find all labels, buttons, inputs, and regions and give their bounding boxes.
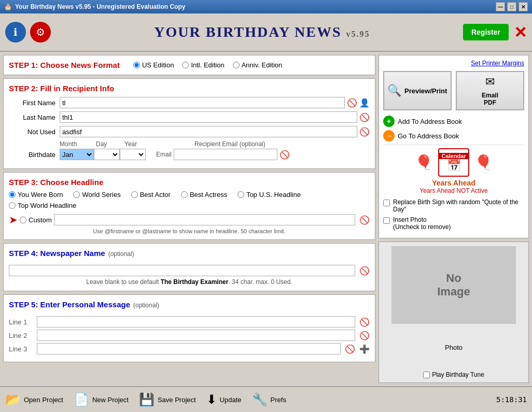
line1-row: Line 1 🚫 <box>9 316 370 328</box>
month-label: Month <box>60 140 96 148</box>
app-title: YOUR BIRTHDAY NEWS v5.95 <box>61 24 463 40</box>
day-select[interactable] <box>94 149 120 160</box>
headline-custom[interactable]: Custom <box>20 216 52 224</box>
email-clear-icon[interactable]: 🚫 <box>279 150 290 160</box>
insert-photo-row: Insert Photo(Uncheck to remove) <box>383 216 524 231</box>
time-display: 5:18:31 <box>496 395 527 404</box>
first-name-label: First Name <box>9 99 55 107</box>
right-panel: Set Printer Margins 🔍 Preview/Print ✉ Em… <box>379 55 529 383</box>
headline-hint: Use @firstname or @lastname to show name… <box>9 228 370 234</box>
line3-input[interactable] <box>37 343 341 354</box>
play-tune-checkbox[interactable] <box>423 372 430 378</box>
line3-add-icon[interactable]: ➕ <box>359 344 370 354</box>
step4-title: STEP 4: Newspaper Name <box>9 249 105 258</box>
maximize-button[interactable]: □ <box>507 2 516 11</box>
newspaper-hint: Leave blank to use default The Birthday … <box>9 278 370 286</box>
step1-section: STEP 1: Choose News Format US Edition In… <box>3 55 375 75</box>
replace-birth-sign-label: Replace Birth Sign with random "Quote of… <box>393 198 524 213</box>
bottom-toolbar: 📂 Open Project 📄 New Project 💾 Save Proj… <box>0 386 532 412</box>
first-name-row: First Name 🚫 👤 <box>9 97 370 108</box>
newspaper-name-input[interactable] <box>9 265 355 276</box>
not-used-input[interactable] <box>60 126 357 137</box>
headline-top-world[interactable]: Top World Headline <box>9 202 76 209</box>
line2-row: Line 2 🚫 <box>9 330 370 341</box>
play-tune-row: Play Birthday Tune <box>423 371 484 378</box>
last-name-label: Last Name <box>9 113 55 121</box>
headline-you-were-born[interactable]: You Were Born <box>9 191 63 198</box>
line2-label: Line 2 <box>9 332 35 339</box>
step3-section: STEP 3: Choose Headline You Were Born Wo… <box>3 172 375 240</box>
years-ahead-title: Years Ahead <box>383 179 524 187</box>
no-image-text2: Image <box>437 285 470 299</box>
new-project-button[interactable]: 📄 New Project <box>74 392 129 407</box>
replace-birth-sign-row: Replace Birth Sign with random "Quote of… <box>383 198 524 213</box>
info-icon[interactable]: ℹ <box>5 22 26 42</box>
first-name-clear-icon[interactable]: 🚫 <box>347 98 357 108</box>
go-to-address-book-button[interactable]: → Go To Address Book <box>383 130 524 141</box>
preview-icon: 🔍 <box>387 84 401 97</box>
preview-print-button[interactable]: 🔍 Preview/Print <box>383 71 452 110</box>
prefs-icon: 🔧 <box>252 392 268 407</box>
register-button[interactable]: Register <box>463 24 509 40</box>
line3-clear-icon[interactable]: 🚫 <box>345 344 355 354</box>
step1-title: STEP 1: Choose News Format <box>9 61 120 69</box>
not-used-label: Not Used <box>9 128 55 136</box>
line3-label: Line 3 <box>9 345 35 353</box>
day-label: Day <box>96 140 124 148</box>
line3-row: Line 3 🚫 ➕ <box>9 343 370 354</box>
help-icon[interactable]: ⚙ <box>30 22 51 42</box>
replace-birth-sign-checkbox[interactable] <box>383 200 390 206</box>
prefs-button[interactable]: 🔧 Prefs <box>252 392 286 407</box>
last-name-input[interactable] <box>60 111 357 123</box>
headline-top-us[interactable]: Top U.S. Headline <box>237 191 301 198</box>
first-name-add-icon[interactable]: 👤 <box>359 98 370 108</box>
edition-intl[interactable]: Intl. Edition <box>182 61 224 69</box>
step5-title: STEP 5: Enter Personal Message <box>9 300 130 309</box>
birthdate-label: Birthdate <box>9 151 55 159</box>
custom-headline-input[interactable] <box>54 214 355 225</box>
line1-input[interactable] <box>37 316 355 328</box>
minimize-button[interactable]: — <box>496 2 505 11</box>
app-icon: 🎂 <box>4 3 12 10</box>
arrow-icon: ➤ <box>9 214 18 226</box>
email-input[interactable] <box>174 149 277 160</box>
step4-suffix: (optional) <box>108 250 134 258</box>
add-to-address-book-button[interactable]: + Add To Address Book <box>383 116 524 127</box>
headline-best-actress[interactable]: Best Actress <box>181 191 227 198</box>
printer-margins-link[interactable]: Set Printer Margins <box>383 60 524 67</box>
year-label: Year <box>124 140 153 148</box>
toolbar-buttons: 📂 Open Project 📄 New Project 💾 Save Proj… <box>5 392 286 407</box>
close-window-button[interactable]: ✕ <box>519 2 528 11</box>
email-field-label: Email <box>156 151 172 158</box>
first-name-input[interactable] <box>60 97 345 108</box>
headline-world-series[interactable]: World Series <box>73 191 120 198</box>
title-bar: 🎂 Your Birthday News v5.95 - Unregistere… <box>0 0 532 13</box>
month-select[interactable]: JanFebMarApr MayJunJulAug SepOctNovDec <box>60 149 94 160</box>
title-bar-text: Your Birthday News v5.95 - Unregistered … <box>15 3 186 10</box>
save-project-icon: 💾 <box>139 392 155 407</box>
right-bottom-section: No Image Photo Play Birthday Tune <box>379 241 529 383</box>
line2-clear-icon[interactable]: 🚫 <box>359 331 370 340</box>
email-icon: ✉ <box>485 75 495 89</box>
update-button[interactable]: ⬇ Update <box>206 392 242 407</box>
open-project-button[interactable]: 📂 Open Project <box>5 392 63 407</box>
email-pdf-button[interactable]: ✉ EmailPDF <box>456 71 524 110</box>
step2-title: STEP 2: Fill in Recipient Info <box>9 84 370 93</box>
line1-clear-icon[interactable]: 🚫 <box>359 317 370 327</box>
year-select[interactable] <box>120 149 146 160</box>
photo-label: Photo <box>445 344 463 351</box>
headline-best-actor[interactable]: Best Actor <box>131 191 171 198</box>
not-used-clear-icon[interactable]: 🚫 <box>359 127 370 137</box>
last-name-clear-icon[interactable]: 🚫 <box>359 112 370 122</box>
insert-photo-label: Insert Photo(Uncheck to remove) <box>393 216 451 231</box>
last-name-row: Last Name 🚫 <box>9 111 370 123</box>
line2-input[interactable] <box>37 330 355 341</box>
close-app-button[interactable]: ✕ <box>514 23 527 41</box>
edition-us[interactable]: US Edition <box>133 61 174 69</box>
newspaper-clear-icon[interactable]: 🚫 <box>359 266 370 276</box>
insert-photo-checkbox[interactable] <box>383 217 390 224</box>
custom-clear-icon[interactable]: 🚫 <box>359 215 370 225</box>
edition-anniv[interactable]: Anniv. Edition <box>233 61 283 69</box>
save-project-button[interactable]: 💾 Save Project <box>139 392 196 407</box>
no-image-text: No <box>446 272 461 285</box>
